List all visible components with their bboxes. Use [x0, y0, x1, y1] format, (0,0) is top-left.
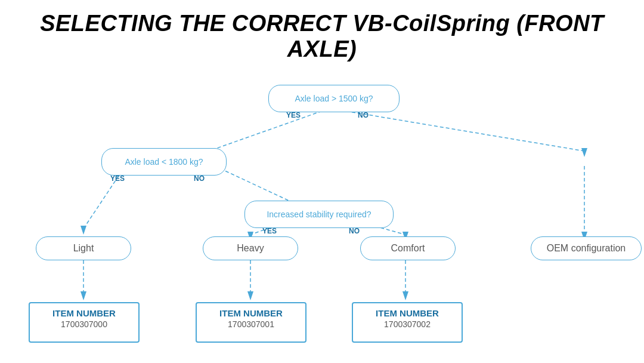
item0-number: 1700307000: [36, 319, 132, 329]
oem-node: OEM configuration: [531, 236, 642, 260]
q2-node: Axle load < 1800 kg?: [101, 148, 227, 176]
q3-node: Increased stability required?: [244, 201, 394, 228]
page-title: SELECTING THE CORRECT VB-CoilSpring (FRO…: [12, 11, 632, 62]
svg-marker-12: [80, 291, 86, 300]
item0-box: ITEM NUMBER 1700307000: [29, 302, 140, 343]
comfort-node: Comfort: [360, 236, 456, 260]
page: SELECTING THE CORRECT VB-CoilSpring (FRO…: [0, 0, 644, 363]
light-node: Light: [36, 236, 131, 260]
q3-yes-label: YES: [262, 227, 277, 235]
svg-marker-3: [80, 226, 86, 235]
item1-number: 1700307001: [203, 319, 299, 329]
q1-node: Axle load > 1500 kg?: [268, 85, 400, 112]
q1-no-label: NO: [358, 111, 369, 119]
q2-yes-label: YES: [110, 174, 125, 183]
item1-label: ITEM NUMBER: [203, 308, 299, 318]
item2-label: ITEM NUMBER: [359, 308, 456, 318]
q2-no-label: NO: [194, 174, 205, 183]
q3-no-label: NO: [349, 227, 360, 235]
svg-line-0: [209, 111, 322, 151]
item2-box: ITEM NUMBER 1700307002: [352, 302, 463, 343]
heavy-node: Heavy: [203, 236, 298, 260]
item0-label: ITEM NUMBER: [36, 308, 132, 318]
item1-box: ITEM NUMBER 1700307001: [196, 302, 306, 343]
svg-marker-16: [402, 291, 408, 300]
q1-yes-label: YES: [286, 111, 301, 119]
diagram: Axle load > 1500 kg? YES NO Axle load < …: [12, 76, 632, 363]
svg-line-1: [346, 111, 584, 151]
item2-number: 1700307002: [359, 319, 456, 329]
svg-marker-14: [247, 291, 253, 300]
svg-marker-18: [581, 148, 587, 157]
